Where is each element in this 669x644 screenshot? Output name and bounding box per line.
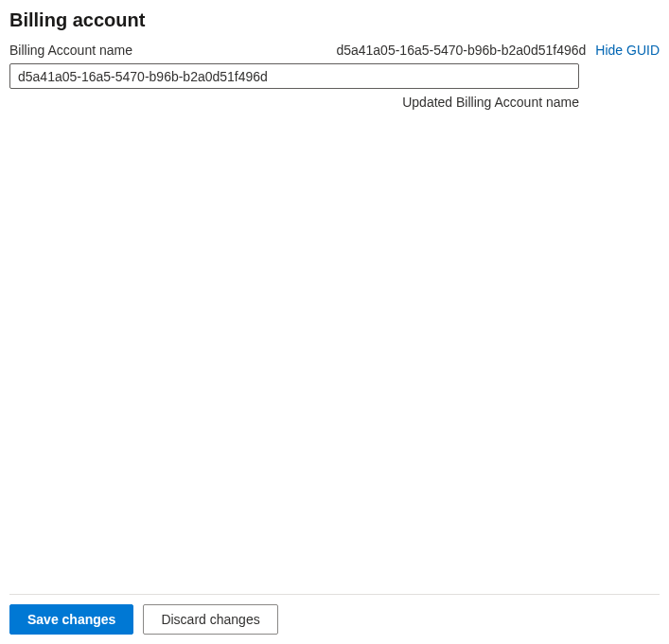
billing-name-field-row: Billing Account name d5a41a05-16a5-5470-… (9, 43, 660, 58)
helper-text: Updated Billing Account name (402, 95, 579, 110)
billing-name-input[interactable] (9, 63, 579, 89)
hide-guid-link[interactable]: Hide GUID (595, 43, 660, 58)
footer-actions: Save changes Discard changes (9, 594, 660, 635)
guid-display: d5a41a05-16a5-5470-b96b-b2a0d51f496d (336, 43, 586, 58)
page-title: Billing account (9, 9, 660, 31)
discard-button[interactable]: Discard changes (143, 604, 277, 635)
save-button[interactable]: Save changes (9, 604, 133, 635)
billing-name-label: Billing Account name (9, 43, 132, 58)
helper-row: Updated Billing Account name (9, 95, 579, 110)
